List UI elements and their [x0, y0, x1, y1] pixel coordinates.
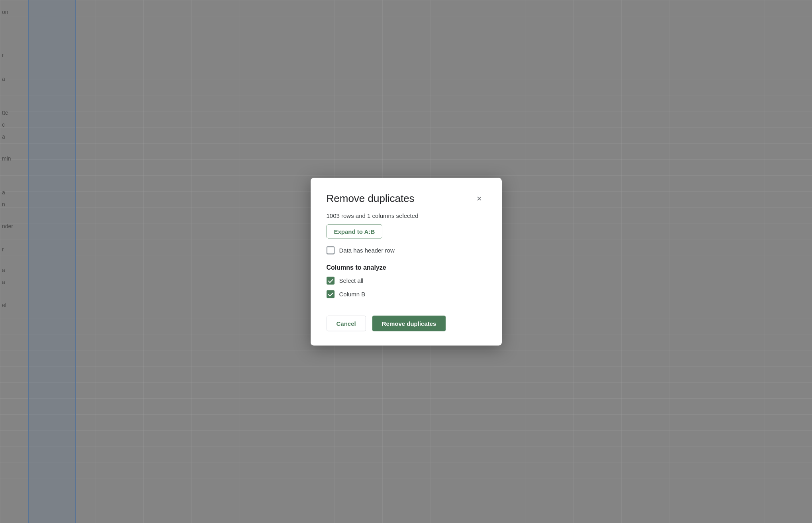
modal-header: Remove duplicates × [327, 192, 486, 205]
selection-info-text: 1003 rows and 1 columns selected [327, 212, 486, 219]
header-row-label[interactable]: Data has header row [339, 247, 395, 254]
expand-button[interactable]: Expand to A:B [327, 224, 383, 238]
column-b-label[interactable]: Column B [339, 291, 366, 298]
modal-title: Remove duplicates [327, 192, 415, 205]
modal-footer: Cancel Remove duplicates [327, 315, 486, 331]
header-row-option: Data has header row [327, 246, 486, 254]
select-all-label[interactable]: Select all [339, 277, 364, 284]
column-item-b: Column B [327, 290, 486, 298]
select-all-checkbox[interactable] [327, 276, 335, 284]
close-button[interactable]: × [473, 192, 486, 205]
column-item-select-all: Select all [327, 276, 486, 284]
columns-list: Select all Column B [327, 276, 486, 304]
header-row-checkbox[interactable] [327, 246, 335, 254]
remove-duplicates-button[interactable]: Remove duplicates [372, 315, 446, 331]
columns-section-label: Columns to analyze [327, 264, 486, 271]
column-b-checkbox[interactable] [327, 290, 335, 298]
remove-duplicates-dialog: Remove duplicates × 1003 rows and 1 colu… [311, 178, 502, 345]
cancel-button[interactable]: Cancel [327, 315, 366, 331]
